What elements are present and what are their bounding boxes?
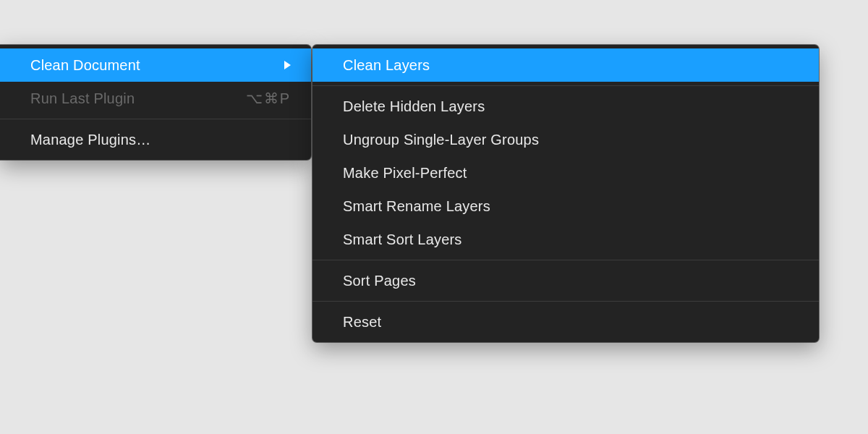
menu-separator [312, 260, 819, 260]
submenu-item-smart-sort-layers[interactable]: Smart Sort Layers [312, 223, 819, 256]
submenu-item-reset[interactable]: Reset [312, 305, 819, 339]
submenu-item-clean-layers[interactable]: Clean Layers [312, 48, 819, 82]
menu-item-run-last-plugin[interactable]: Run Last Plugin ⌥⌘P [0, 82, 311, 115]
menu-item-label: Manage Plugins… [30, 132, 150, 148]
menu-item-manage-plugins[interactable]: Manage Plugins… [0, 123, 311, 156]
menu-item-label: Smart Rename Layers [343, 198, 490, 215]
menu-item-label: Clean Layers [343, 57, 430, 74]
menu-item-label: Ungroup Single-Layer Groups [343, 132, 539, 148]
menu-item-label: Reset [343, 314, 381, 331]
submenu-arrow-icon [284, 61, 291, 69]
submenu-item-delete-hidden-layers[interactable]: Delete Hidden Layers [312, 90, 819, 123]
menu-item-label: Run Last Plugin [30, 90, 135, 107]
menu-separator [312, 85, 819, 86]
submenu-item-ungroup-single-layer-groups[interactable]: Ungroup Single-Layer Groups [312, 123, 819, 156]
clean-document-submenu: Clean Layers Delete Hidden Layers Ungrou… [312, 45, 819, 342]
submenu-item-make-pixel-perfect[interactable]: Make Pixel-Perfect [312, 156, 819, 190]
menu-item-label: Make Pixel-Perfect [343, 165, 467, 182]
plugins-menu: Clean Document Run Last Plugin ⌥⌘P Manag… [0, 45, 311, 160]
menu-item-label: Smart Sort Layers [343, 231, 462, 248]
menu-item-shortcut: ⌥⌘P [246, 90, 291, 107]
menu-separator [312, 301, 819, 302]
menu-separator [0, 119, 311, 119]
submenu-item-sort-pages[interactable]: Sort Pages [312, 264, 819, 297]
menu-item-label: Clean Document [30, 57, 140, 74]
submenu-item-smart-rename-layers[interactable]: Smart Rename Layers [312, 190, 819, 223]
menu-item-label: Delete Hidden Layers [343, 98, 485, 115]
menu-item-clean-document[interactable]: Clean Document [0, 48, 311, 82]
menu-item-label: Sort Pages [343, 273, 416, 289]
